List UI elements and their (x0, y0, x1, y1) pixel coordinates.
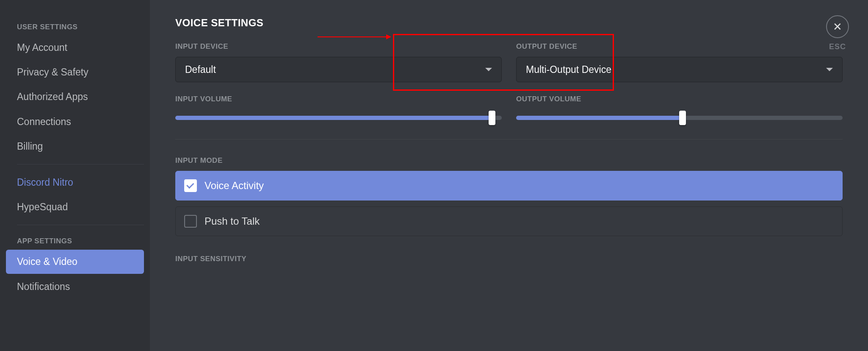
sidebar-heading-app-settings: APP SETTINGS (0, 231, 150, 249)
input-sensitivity-label: INPUT SENSITIVITY (175, 255, 843, 263)
checkbox (184, 215, 197, 228)
sidebar-item-authorized-apps[interactable]: Authorized Apps (6, 85, 144, 109)
close-icon: ✕ (833, 21, 842, 32)
sidebar-item-my-account[interactable]: My Account (6, 36, 144, 59)
sidebar-divider (17, 225, 144, 225)
sidebar-divider (17, 164, 144, 164)
chevron-down-icon (485, 68, 492, 71)
output-volume-label: OUTPUT VOLUME (516, 95, 843, 103)
slider-thumb[interactable] (489, 111, 495, 125)
sidebar-item-billing[interactable]: Billing (6, 134, 144, 158)
output-device-label: OUTPUT DEVICE (516, 42, 843, 51)
close-area: ✕ ESC (826, 15, 849, 51)
sidebar-item-connections[interactable]: Connections (6, 110, 144, 134)
input-device-select[interactable]: Default (175, 57, 502, 82)
slider-track (175, 116, 502, 120)
input-volume-label: INPUT VOLUME (175, 95, 502, 103)
divider (175, 139, 843, 139)
input-mode-label: INPUT MODE (175, 156, 843, 165)
output-device-select[interactable]: Multi-Output Device (516, 57, 843, 82)
input-volume-slider[interactable] (175, 109, 502, 126)
sidebar-item-voice-video[interactable]: Voice & Video (6, 250, 144, 273)
output-volume-slider[interactable] (516, 109, 843, 126)
sidebar-item-notifications[interactable]: Notifications (6, 275, 144, 298)
mode-label: Push to Talk (205, 215, 260, 227)
input-mode-voice-activity[interactable]: Voice Activity (175, 171, 843, 201)
mode-label: Voice Activity (205, 180, 264, 192)
chevron-down-icon (826, 68, 833, 71)
sidebar-heading-user-settings: USER SETTINGS (0, 17, 150, 35)
content: ✕ ESC VOICE SETTINGS INPUT DEVICE Defaul… (150, 0, 868, 351)
input-device-value: Default (185, 64, 216, 75)
page-title: VOICE SETTINGS (175, 17, 843, 29)
input-device-label: INPUT DEVICE (175, 42, 502, 51)
checkbox (184, 179, 197, 192)
checkmark-icon (186, 181, 194, 189)
sidebar-item-privacy-safety[interactable]: Privacy & Safety (6, 60, 144, 84)
esc-label: ESC (826, 42, 849, 51)
sidebar: USER SETTINGS My Account Privacy & Safet… (0, 0, 150, 351)
sidebar-item-discord-nitro[interactable]: Discord Nitro (6, 170, 144, 194)
input-mode-push-to-talk[interactable]: Push to Talk (175, 206, 843, 236)
slider-fill (516, 116, 683, 120)
slider-thumb[interactable] (679, 111, 686, 125)
close-button[interactable]: ✕ (826, 15, 849, 38)
slider-fill (175, 116, 492, 120)
output-device-value: Multi-Output Device (526, 64, 611, 75)
sidebar-item-hypesquad[interactable]: HypeSquad (6, 195, 144, 219)
